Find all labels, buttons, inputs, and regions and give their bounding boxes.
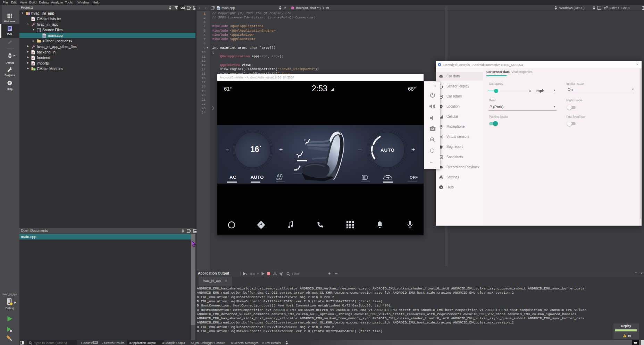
svg-text:?: ? (9, 81, 11, 85)
svg-text:!: ! (624, 335, 625, 337)
svg-text:C: C (44, 35, 45, 37)
svg-text:?: ? (440, 186, 442, 189)
